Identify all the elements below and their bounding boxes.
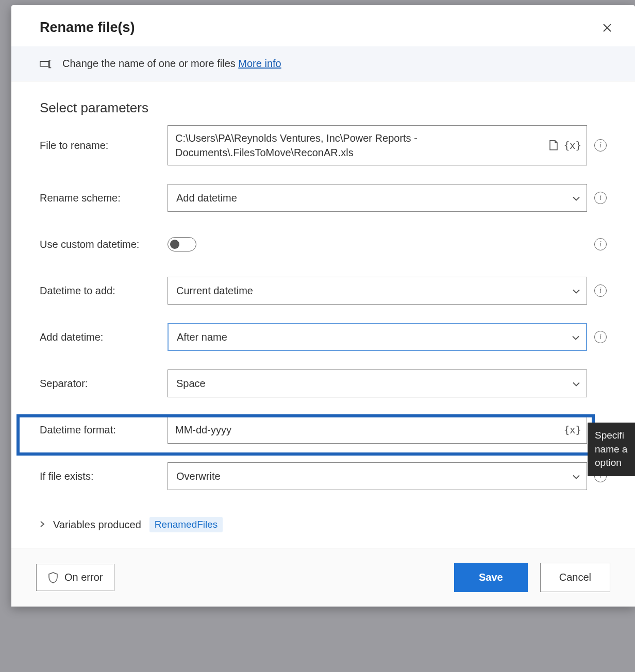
label-datetime-format: Datetime format: — [40, 424, 168, 436]
info-icon-custom[interactable]: i — [594, 238, 607, 250]
rename-icon — [40, 59, 53, 69]
close-button[interactable] — [600, 20, 614, 37]
label-add-datetime: Add datetime: — [40, 331, 168, 343]
separator-value: Space — [176, 378, 206, 390]
variables-row[interactable]: Variables produced RenamedFiles — [11, 517, 635, 548]
row-datetime-format: Datetime format: MM-dd-yyyy {x} — [40, 416, 607, 444]
label-custom-datetime: Use custom datetime: — [40, 239, 168, 250]
file-to-rename-input[interactable]: C:\Users\PA\Reynolds Ventures, Inc\Power… — [168, 125, 587, 165]
row-add-datetime: Add datetime: After name i — [40, 323, 607, 351]
datetime-format-input[interactable]: MM-dd-yyyy {x} — [168, 416, 587, 444]
close-icon — [602, 23, 612, 33]
info-icon-file[interactable]: i — [594, 139, 607, 152]
datetime-to-add-dropdown[interactable]: Current datetime — [168, 277, 587, 305]
tooltip: Specifi name a option — [588, 423, 635, 476]
label-datetime-to-add: Datetime to add: — [40, 285, 168, 297]
rename-scheme-value: Add datetime — [176, 192, 237, 204]
if-file-exists-dropdown[interactable]: Overwrite — [168, 462, 587, 490]
dialog-header: Rename file(s) — [11, 5, 635, 46]
chevron-down-icon — [572, 471, 580, 482]
file-to-rename-value: C:\Users\PA\Reynolds Ventures, Inc\Power… — [175, 131, 579, 160]
on-error-label: On error — [64, 572, 103, 583]
row-file-to-rename: File to rename: C:\Users\PA\Reynolds Ven… — [40, 125, 607, 165]
row-custom-datetime: Use custom datetime: i — [40, 230, 607, 258]
save-button[interactable]: Save — [454, 563, 528, 592]
chevron-down-icon — [572, 285, 580, 297]
row-if-file-exists: If file exists: Overwrite i — [40, 462, 607, 490]
info-icon-dtadd[interactable]: i — [594, 284, 607, 297]
info-text: Change the name of one or more files Mor… — [62, 58, 281, 70]
variables-label: Variables produced — [53, 519, 141, 531]
variable-picker-icon[interactable]: {x} — [564, 139, 581, 153]
dialog-title: Rename file(s) — [40, 20, 135, 36]
svg-rect-0 — [40, 61, 49, 66]
add-datetime-value: After name — [177, 331, 227, 343]
chevron-down-icon — [572, 378, 580, 390]
rename-scheme-dropdown[interactable]: Add datetime — [168, 184, 587, 212]
info-icon-adddt[interactable]: i — [594, 331, 607, 343]
datetime-format-value: MM-dd-yyyy — [175, 423, 579, 437]
dialog-footer: On error Save Cancel — [11, 548, 635, 607]
chevron-right-icon — [40, 520, 45, 529]
info-icon-scheme[interactable]: i — [594, 192, 607, 204]
cancel-button[interactable]: Cancel — [540, 563, 610, 592]
add-datetime-dropdown[interactable]: After name — [168, 323, 587, 351]
more-info-link[interactable]: More info — [238, 58, 281, 69]
separator-dropdown[interactable]: Space — [168, 369, 587, 397]
label-if-file-exists: If file exists: — [40, 471, 168, 482]
if-file-exists-value: Overwrite — [176, 471, 221, 482]
section-title: Select parameters — [11, 81, 635, 125]
row-rename-scheme: Rename scheme: Add datetime i — [40, 184, 607, 212]
info-bar: Change the name of one or more files Mor… — [11, 46, 635, 81]
form-area: File to rename: C:\Users\PA\Reynolds Ven… — [11, 125, 635, 517]
label-separator: Separator: — [40, 378, 168, 390]
label-file-to-rename: File to rename: — [40, 140, 168, 152]
on-error-button[interactable]: On error — [36, 564, 114, 591]
use-custom-datetime-toggle[interactable] — [168, 237, 196, 251]
info-text-content: Change the name of one or more files — [62, 58, 236, 69]
row-datetime-to-add: Datetime to add: Current datetime i — [40, 277, 607, 305]
variable-picker-icon[interactable]: {x} — [564, 423, 581, 437]
shield-icon — [48, 572, 58, 583]
label-rename-scheme: Rename scheme: — [40, 192, 168, 204]
datetime-to-add-value: Current datetime — [176, 285, 253, 297]
row-separator: Separator: Space — [40, 369, 607, 397]
chevron-down-icon — [572, 192, 580, 204]
rename-files-dialog: Rename file(s) Change the name of one or… — [11, 5, 635, 607]
toggle-knob — [170, 240, 179, 249]
file-picker-icon[interactable] — [548, 140, 559, 151]
chevron-down-icon — [572, 331, 580, 343]
variable-badge[interactable]: RenamedFiles — [149, 517, 223, 532]
